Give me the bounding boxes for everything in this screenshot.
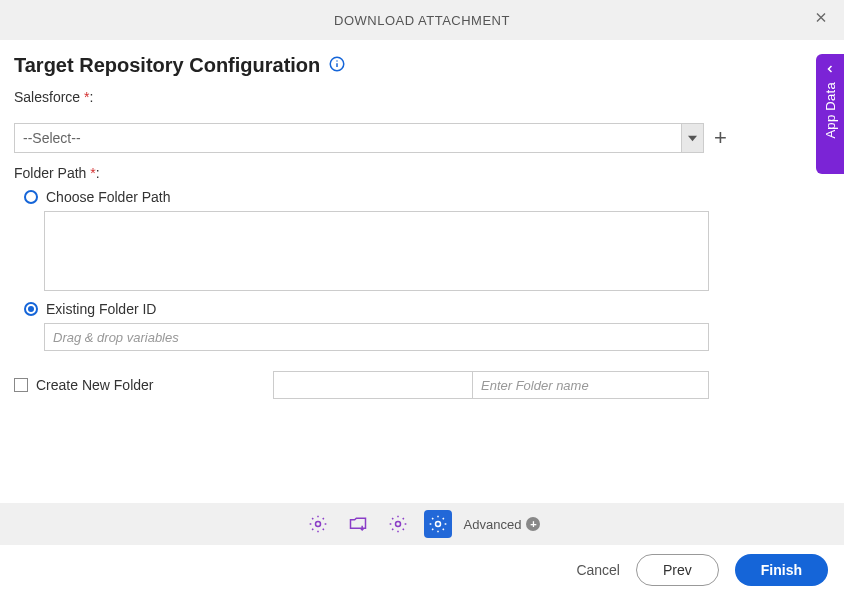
prev-button[interactable]: Prev: [636, 554, 719, 586]
info-icon[interactable]: [328, 55, 346, 76]
salesforce-select[interactable]: --Select--: [14, 123, 704, 153]
footer: Cancel Prev Finish: [0, 545, 844, 595]
dropdown-arrow-icon: [681, 124, 703, 152]
radio-existing-label: Existing Folder ID: [46, 301, 156, 317]
folder-name-prefix-input[interactable]: [273, 371, 473, 399]
dialog-header: DOWNLOAD ATTACHMENT: [0, 0, 844, 40]
finish-button[interactable]: Finish: [735, 554, 828, 586]
salesforce-row: --Select-- +: [14, 123, 830, 153]
existing-folder-placeholder: Drag & drop variables: [53, 330, 179, 345]
bottom-toolbar: Advanced +: [0, 503, 844, 545]
add-salesforce-button[interactable]: +: [714, 127, 727, 149]
advanced-text: Advanced: [464, 517, 522, 532]
close-icon[interactable]: [813, 10, 829, 31]
gear-icon-active[interactable]: [424, 510, 452, 538]
svg-point-4: [395, 522, 400, 527]
radio-choose-folder[interactable]: Choose Folder Path: [24, 189, 830, 205]
radio-icon: [24, 190, 38, 204]
create-folder-label: Create New Folder: [36, 377, 154, 393]
svg-point-3: [315, 522, 320, 527]
page-title-row: Target Repository Configuration: [14, 54, 830, 77]
salesforce-label: Salesforce *:: [14, 89, 830, 105]
svg-point-2: [337, 60, 339, 62]
folder-name-input[interactable]: Enter Folder name: [473, 371, 709, 399]
radio-icon: [24, 302, 38, 316]
app-data-tab[interactable]: App Data: [816, 54, 844, 174]
radio-existing-folder[interactable]: Existing Folder ID: [24, 301, 830, 317]
plus-circle-icon: +: [526, 517, 540, 531]
folder-path-label: Folder Path *:: [14, 165, 830, 181]
radio-choose-label: Choose Folder Path: [46, 189, 171, 205]
content-area: Target Repository Configuration Salesfor…: [0, 40, 844, 399]
advanced-button[interactable]: Advanced +: [464, 517, 541, 532]
gear-icon-2[interactable]: [384, 510, 412, 538]
page-title: Target Repository Configuration: [14, 54, 320, 77]
choose-folder-path-box[interactable]: [44, 211, 709, 291]
folder-download-icon[interactable]: [344, 510, 372, 538]
create-folder-row: Create New Folder Enter Folder name: [14, 371, 709, 399]
create-folder-checkbox[interactable]: [14, 378, 28, 392]
folder-name-placeholder: Enter Folder name: [481, 378, 589, 393]
gear-icon[interactable]: [304, 510, 332, 538]
existing-folder-id-input[interactable]: Drag & drop variables: [44, 323, 709, 351]
folder-name-group: Enter Folder name: [273, 371, 709, 399]
dialog-title: DOWNLOAD ATTACHMENT: [334, 13, 510, 28]
chevron-left-icon: [824, 62, 836, 78]
salesforce-select-value: --Select--: [23, 130, 81, 146]
svg-point-5: [435, 522, 440, 527]
app-data-label: App Data: [823, 82, 838, 139]
cancel-button[interactable]: Cancel: [576, 562, 620, 578]
